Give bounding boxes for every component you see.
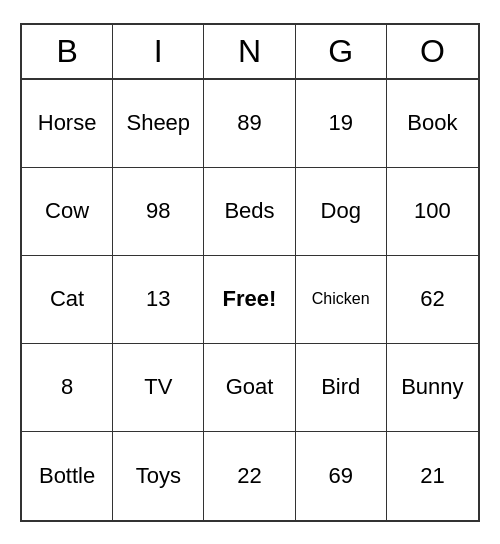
header-letter: I (113, 25, 204, 78)
cell-r3-c0: 8 (22, 344, 113, 432)
cell-r1-c2: Beds (204, 168, 295, 256)
cell-r0-c0: Horse (22, 80, 113, 168)
bingo-grid: HorseSheep8919BookCow98BedsDog100Cat13Fr… (22, 80, 478, 520)
cell-r1-c1: 98 (113, 168, 204, 256)
cell-r4-c0: Bottle (22, 432, 113, 520)
cell-r2-c4: 62 (387, 256, 478, 344)
cell-r2-c1: 13 (113, 256, 204, 344)
cell-r1-c3: Dog (296, 168, 387, 256)
header-letter: N (204, 25, 295, 78)
cell-r1-c0: Cow (22, 168, 113, 256)
cell-r4-c4: 21 (387, 432, 478, 520)
cell-r3-c3: Bird (296, 344, 387, 432)
cell-r0-c1: Sheep (113, 80, 204, 168)
header-letter: B (22, 25, 113, 78)
cell-r2-c3: Chicken (296, 256, 387, 344)
cell-r4-c2: 22 (204, 432, 295, 520)
cell-r0-c3: 19 (296, 80, 387, 168)
cell-r3-c1: TV (113, 344, 204, 432)
cell-r4-c1: Toys (113, 432, 204, 520)
cell-r3-c2: Goat (204, 344, 295, 432)
cell-r1-c4: 100 (387, 168, 478, 256)
bingo-header: BINGO (22, 25, 478, 80)
cell-r4-c3: 69 (296, 432, 387, 520)
header-letter: O (387, 25, 478, 78)
cell-r0-c4: Book (387, 80, 478, 168)
header-letter: G (296, 25, 387, 78)
cell-r0-c2: 89 (204, 80, 295, 168)
cell-r2-c0: Cat (22, 256, 113, 344)
cell-r3-c4: Bunny (387, 344, 478, 432)
cell-r2-c2: Free! (204, 256, 295, 344)
bingo-card: BINGO HorseSheep8919BookCow98BedsDog100C… (20, 23, 480, 522)
